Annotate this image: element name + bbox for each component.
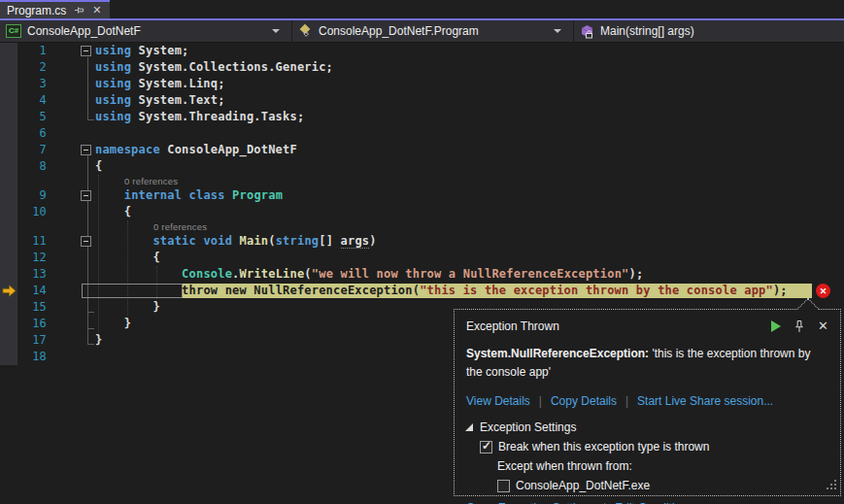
- fold-toggle-icon[interactable]: [81, 46, 91, 56]
- line-number: 8: [17, 158, 55, 175]
- codelens-references-link[interactable]: 0 references: [95, 175, 178, 187]
- breakpoint-margin[interactable]: [0, 142, 17, 158]
- breakpoint-margin[interactable]: [0, 316, 17, 332]
- code-line-9[interactable]: 9 internal class Program: [0, 187, 844, 204]
- exception-settings-label: Exception Settings: [480, 420, 576, 434]
- code-line-7[interactable]: 7namespace ConsoleApp_DotNetF: [0, 142, 844, 158]
- breakpoint-margin[interactable]: [0, 109, 17, 125]
- line-number: 15: [17, 299, 55, 316]
- fold-toggle-icon[interactable]: [81, 190, 91, 201]
- type-dropdown-label: ConsoleApp_DotNetF.Program: [319, 24, 548, 38]
- close-popup-icon[interactable]: ✕: [818, 319, 828, 333]
- line-number: 13: [17, 266, 55, 283]
- exception-error-icon[interactable]: ✕: [816, 284, 830, 298]
- pin-tab-icon[interactable]: [74, 5, 84, 16]
- breakpoint-margin[interactable]: [0, 299, 17, 316]
- vs-editor-window: Program.cs ✕ C# ConsoleApp_DotNetF: [0, 0, 844, 504]
- code-line-3[interactable]: 3using System.Linq;: [0, 76, 844, 92]
- breakpoint-margin[interactable]: [0, 158, 17, 175]
- breakpoint-margin[interactable]: [0, 43, 17, 59]
- code-line-4[interactable]: 4using System.Text;: [0, 92, 844, 109]
- exception-action-link[interactable]: View Details: [466, 394, 530, 408]
- line-number: 2: [17, 59, 55, 76]
- breakpoint-margin[interactable]: [0, 349, 17, 365]
- breakpoint-margin[interactable]: [0, 233, 17, 250]
- breakpoint-margin[interactable]: [0, 76, 17, 92]
- project-dropdown[interactable]: C# ConsoleApp_DotNetF: [0, 20, 292, 42]
- link-separator: |: [530, 394, 551, 408]
- continue-execution-icon[interactable]: [771, 320, 781, 332]
- breakpoint-margin[interactable]: [0, 220, 17, 233]
- breakpoint-margin[interactable]: [0, 92, 17, 109]
- module-exclude-checkbox[interactable]: [497, 480, 510, 492]
- breakpoint-margin[interactable]: [0, 266, 17, 283]
- exception-action-link[interactable]: Copy Details: [551, 394, 617, 408]
- line-number: 6: [17, 125, 55, 142]
- expander-expanded-icon[interactable]: [465, 423, 473, 431]
- member-dropdown[interactable]: Main(string[] args): [574, 20, 844, 42]
- break-when-thrown-checkbox[interactable]: [480, 441, 492, 454]
- codelens-row: 0 references: [0, 175, 844, 187]
- line-number: 3: [17, 76, 55, 92]
- line-number: 16: [17, 316, 55, 332]
- resize-grip[interactable]: [825, 478, 837, 493]
- type-dropdown[interactable]: ConsoleApp_DotNetF.Program: [292, 20, 574, 42]
- exception-type-text: System.NullReferenceException:: [466, 347, 649, 360]
- code-line-11[interactable]: 11 static void Main(string[] args): [0, 233, 844, 250]
- break-when-thrown-label: Break when this exception type is thrown: [498, 440, 709, 454]
- csharp-project-icon: C#: [6, 24, 21, 38]
- line-number: 1: [17, 43, 55, 59]
- module-label: ConsoleApp_DotNetF.exe: [516, 479, 650, 492]
- code-line-14[interactable]: 14 throw new NullReferenceException("thi…: [0, 283, 844, 299]
- codelens-row: 0 references: [0, 220, 844, 233]
- code-line-6[interactable]: 6: [0, 125, 844, 142]
- line-number: 9: [17, 187, 55, 204]
- method-private-icon: [580, 24, 594, 39]
- line-number: 17: [17, 332, 55, 349]
- exception-thrown-popup: Exception Thrown ✕ System.NullReferenceE…: [454, 309, 841, 496]
- code-line-2[interactable]: 2using System.Collections.Generic;: [0, 59, 844, 76]
- exception-action-link[interactable]: Start Live Share session...: [637, 394, 773, 408]
- tab-title: Program.cs: [7, 4, 66, 17]
- navigation-bar: C# ConsoleApp_DotNetF ConsoleApp_DotNetF…: [0, 20, 844, 43]
- breakpoint-margin[interactable]: [0, 187, 17, 204]
- breakpoint-margin[interactable]: [0, 175, 17, 187]
- breakpoint-margin[interactable]: [0, 332, 17, 349]
- exception-settings-links: Open Exception Settings|Edit Conditions: [455, 492, 840, 504]
- line-number: 7: [17, 142, 55, 158]
- chevron-down-icon[interactable]: [554, 29, 561, 33]
- breakpoint-margin[interactable]: [0, 59, 17, 76]
- codelens-references-link[interactable]: 0 references: [95, 220, 207, 233]
- popup-title: Exception Thrown: [466, 319, 771, 333]
- pin-popup-icon[interactable]: [793, 319, 805, 333]
- chevron-down-icon[interactable]: [272, 29, 280, 33]
- fold-toggle-icon[interactable]: [81, 236, 91, 247]
- breakpoint-margin[interactable]: [0, 204, 17, 220]
- exception-action-links: View Details|Copy Details|Start Live Sha…: [455, 382, 840, 408]
- breakpoint-margin[interactable]: [0, 125, 17, 142]
- code-line-5[interactable]: 5using System.Threading.Tasks;: [0, 109, 844, 125]
- tab-strip: Program.cs ✕: [0, 0, 844, 18]
- exception-settings-section[interactable]: Exception Settings: [455, 408, 840, 434]
- code-line-12[interactable]: 12 {: [0, 250, 844, 266]
- line-number: 10: [17, 204, 55, 220]
- line-number: 12: [17, 250, 55, 266]
- code-line-10[interactable]: 10 {: [0, 204, 844, 220]
- breakpoint-margin[interactable]: [0, 250, 17, 266]
- link-separator: |: [617, 394, 637, 408]
- close-tab-icon[interactable]: ✕: [92, 4, 101, 17]
- code-line-1[interactable]: 1using System;: [0, 43, 844, 59]
- line-number: 4: [17, 92, 55, 109]
- line-number: 18: [17, 349, 55, 365]
- exception-message: System.NullReferenceException: 'this is …: [455, 333, 835, 382]
- tab-program-cs[interactable]: Program.cs ✕: [0, 0, 110, 18]
- fold-toggle-icon[interactable]: [81, 145, 91, 155]
- except-when-thrown-label: Except when thrown from:: [455, 459, 840, 473]
- code-line-13[interactable]: 13 Console.WriteLine("we will now throw …: [0, 266, 844, 283]
- member-dropdown-label: Main(string[] args): [600, 24, 838, 38]
- code-line-8[interactable]: 8{: [0, 158, 844, 175]
- line-number: 14: [17, 283, 55, 299]
- line-number: 11: [17, 233, 55, 250]
- project-dropdown-label: ConsoleApp_DotNetF: [27, 24, 266, 38]
- class-icon: [298, 24, 313, 39]
